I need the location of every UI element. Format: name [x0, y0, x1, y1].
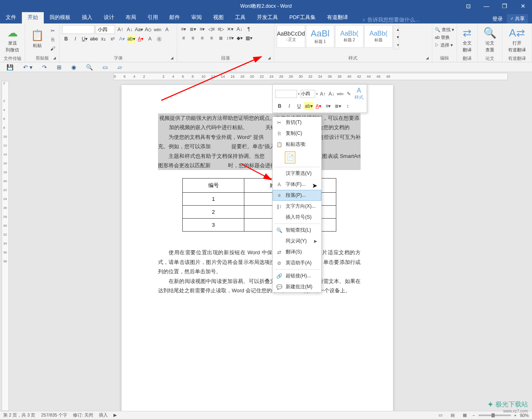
char-shading-icon[interactable]: A	[146, 35, 154, 43]
share-button[interactable]: ♂ 共享	[507, 14, 528, 23]
mini-numbering-icon[interactable]: ≣▾	[333, 102, 342, 110]
subscript-icon[interactable]: x₂	[99, 35, 107, 43]
qat-icon-2[interactable]: ◉	[71, 64, 76, 70]
borders-icon[interactable]: ▦▾	[245, 34, 253, 42]
shading-icon[interactable]: ◆▾	[235, 34, 244, 42]
paragraph-dialog-launcher[interactable]: ◢	[268, 56, 273, 61]
tell-me-search[interactable]: ♀ 告诉我您想要做什么...	[362, 16, 419, 23]
bullets-icon[interactable]: ≡▾	[179, 25, 188, 33]
context-paste-options[interactable]: 📋粘贴选项:	[273, 139, 321, 150]
copy-icon[interactable]: ⎘	[49, 36, 57, 44]
italic-icon[interactable]: I	[71, 35, 79, 43]
context-insert-symbol[interactable]: 插入符号(S)	[273, 212, 321, 223]
mini-phonetic-icon[interactable]: wén	[336, 90, 344, 98]
tab-dev[interactable]: 开发工具	[251, 11, 284, 23]
redo-icon[interactable]: ↷	[42, 64, 47, 70]
tab-design[interactable]: 设计	[98, 11, 120, 23]
mini-font-family[interactable]	[275, 90, 297, 98]
context-font[interactable]: A字体(F)...	[273, 179, 321, 190]
tab-review[interactable]: 审阅	[186, 11, 207, 23]
strikethrough-icon[interactable]: abc	[90, 35, 98, 43]
select-button[interactable]: ▷ 选择 ▾	[435, 42, 454, 48]
styles-up-icon[interactable]: ▲	[394, 26, 402, 33]
undo-icon[interactable]: ↶ ▾	[23, 64, 32, 70]
status-insert-mode[interactable]: 插入	[99, 412, 108, 418]
context-english-assist[interactable]: ⊘英语助手(A)	[273, 257, 321, 268]
asian-layout-icon[interactable]: ✕▾	[226, 25, 234, 33]
font-color-icon[interactable]: A▾	[137, 35, 145, 43]
text-effects-icon[interactable]: A▾	[118, 35, 126, 43]
context-cut[interactable]: ✂剪切(T)	[273, 117, 321, 128]
status-track-changes[interactable]: 修订: 关闭	[73, 412, 93, 418]
decrease-indent-icon[interactable]: ◁≡	[207, 25, 216, 33]
font-family-select[interactable]	[62, 25, 94, 34]
decrease-font-icon[interactable]: A↓	[126, 26, 134, 34]
increase-font-icon[interactable]: A↑	[116, 26, 124, 34]
login-link[interactable]: 登录	[492, 15, 503, 23]
tab-templates[interactable]: 我的模板	[44, 11, 76, 23]
find-button[interactable]: 🔍 查找 ▾	[435, 27, 454, 33]
mini-bold-icon[interactable]: B	[275, 102, 284, 110]
document-page[interactable]: 视频提供了功能强大的方法帮助您证明您的观点。当您单击联机视频时，可以在想要添加的…	[122, 85, 393, 411]
qat-icon-1[interactable]: ⊞	[57, 64, 62, 70]
styles-more-icon[interactable]: ▾	[394, 41, 402, 49]
align-center-icon[interactable]: ≡	[189, 34, 197, 42]
zoom-in-icon[interactable]: +	[514, 413, 517, 418]
underline-icon[interactable]: U▾	[81, 35, 89, 43]
mini-spacing-icon[interactable]: ↕	[343, 102, 352, 110]
thesis-check-button[interactable]: 🔍 论文 查重	[480, 25, 500, 55]
context-hanzi-reselect[interactable]: 汉字重选(V)	[273, 168, 321, 179]
mini-highlight-icon[interactable]: ab▾	[304, 102, 313, 110]
tab-translate[interactable]: 有道翻译	[321, 11, 354, 23]
context-hyperlink[interactable]: 🔗超链接(H)...	[273, 270, 321, 281]
status-macro-icon[interactable]: ▶	[113, 413, 117, 418]
format-painter-icon[interactable]: 🖌	[49, 45, 57, 53]
numbering-icon[interactable]: ≣▾	[189, 25, 197, 33]
mini-font-color-icon[interactable]: A▾	[314, 102, 323, 110]
justify-icon[interactable]: ≡	[207, 34, 216, 42]
send-to-wechat-button[interactable]: ☁ 发送 到微信	[2, 25, 22, 55]
vertical-ruler[interactable]: 22468101214161820222426283032343638	[2, 81, 9, 411]
change-case-icon[interactable]: Aa▾	[135, 26, 143, 34]
qat-icon-3[interactable]: 🔍	[86, 64, 93, 70]
char-border-icon[interactable]: A	[163, 26, 171, 34]
style-normal[interactable]: AaBbCcDd↓正文	[277, 25, 305, 48]
view-web-icon[interactable]: ▦	[460, 412, 469, 419]
zoom-level[interactable]: 90%	[520, 413, 529, 418]
paste-button[interactable]: 📋 粘贴	[28, 25, 47, 53]
tab-tools[interactable]: 工具	[229, 11, 251, 23]
align-right-icon[interactable]: ≡	[198, 34, 206, 42]
align-left-icon[interactable]: ≡	[179, 34, 188, 42]
close-icon[interactable]: ✕	[514, 0, 532, 12]
cut-icon[interactable]: ✂	[49, 27, 57, 35]
tab-insert[interactable]: 插入	[76, 11, 98, 23]
zoom-slider[interactable]	[479, 415, 511, 416]
tab-references[interactable]: 引用	[142, 11, 164, 23]
mini-decrease-font-icon[interactable]: A↓	[327, 90, 335, 98]
tab-layout[interactable]: 布局	[120, 11, 142, 23]
mini-increase-font-icon[interactable]: A↑	[319, 90, 327, 98]
context-smart-lookup[interactable]: 🔍智能查找(L)	[273, 225, 321, 236]
superscript-icon[interactable]: x²	[109, 35, 117, 43]
tab-home[interactable]: 开始	[22, 11, 44, 23]
show-marks-icon[interactable]: ¶	[245, 25, 253, 33]
styles-dialog-launcher[interactable]: ◢	[426, 56, 431, 61]
style-heading2[interactable]: AaBb(标题 2	[335, 25, 363, 48]
font-size-select[interactable]	[96, 25, 115, 34]
multilevel-icon[interactable]: ≡▾	[198, 25, 206, 33]
table-cell[interactable]: 2	[183, 206, 244, 219]
mini-format-painter-icon[interactable]: ✎	[345, 90, 353, 98]
qat-icon-4[interactable]: ▭	[103, 64, 108, 70]
bold-icon[interactable]: B	[62, 35, 70, 43]
maximize-icon[interactable]: ❐	[496, 0, 514, 12]
view-print-icon[interactable]: ▤	[448, 412, 457, 419]
table-cell[interactable]: 1	[183, 193, 244, 206]
highlight-icon[interactable]: ab▾	[127, 35, 135, 43]
style-heading1[interactable]: AaBl标题 1	[306, 25, 334, 48]
qat-icon-5[interactable]: ▱	[118, 64, 122, 70]
mini-font-size[interactable]	[301, 90, 315, 98]
context-copy[interactable]: ⎘复制(C)	[273, 128, 321, 139]
horizontal-ruler[interactable]: 8642246810121416182022242628303234363840…	[113, 73, 508, 80]
ribbon-display-icon[interactable]: ⊡	[459, 0, 477, 12]
fulltext-translate-button[interactable]: ⇄ 全文 翻译	[459, 25, 475, 55]
